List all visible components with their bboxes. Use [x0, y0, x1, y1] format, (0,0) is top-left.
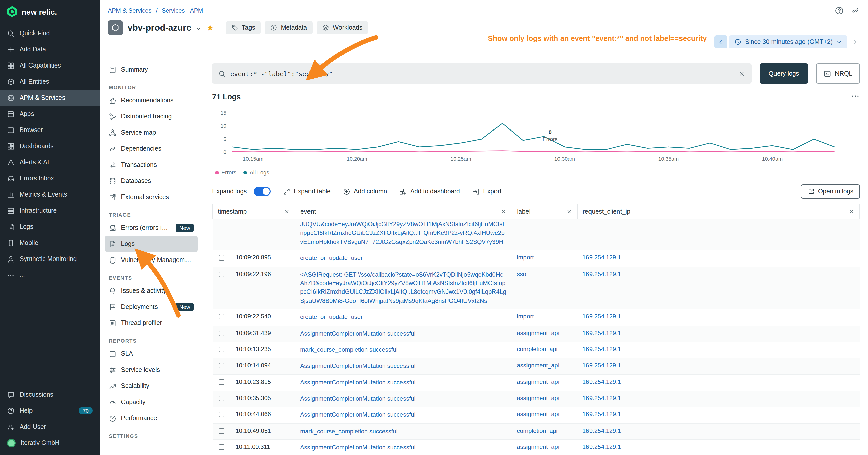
log-row[interactable]: 10:10:35.305AssignmentCompletionMutation… — [213, 391, 860, 407]
log-row[interactable]: 10:09:22.196<ASGIRequest: GET '/sso/call… — [213, 266, 860, 309]
sidebar-item-add-user[interactable]: Add User — [0, 419, 100, 435]
query-bar[interactable] — [212, 64, 751, 84]
sidebar-item-metrics-events[interactable]: Metrics & Events — [0, 187, 100, 202]
subnav-item-databases[interactable]: Databases — [105, 173, 197, 189]
log-row[interactable]: 10:10:14.094AssignmentCompletionMutation… — [213, 358, 860, 375]
row-select-handle[interactable] — [218, 271, 224, 277]
event-link[interactable]: AssignmentCompletionMutation successful — [300, 362, 415, 369]
sidebar-item-discussions[interactable]: Discussions — [0, 387, 100, 402]
label-link[interactable]: completion_api — [517, 427, 558, 434]
subnav-item-logs[interactable]: Logs — [105, 236, 197, 252]
subnav-item-thread-profiler[interactable]: Thread profiler — [105, 315, 197, 331]
log-row[interactable]: 10:10:44.066AssignmentCompletionMutation… — [213, 407, 860, 423]
column-header-timestamp[interactable]: timestamp — [213, 204, 295, 219]
ip-link[interactable]: 169.254.129.1 — [583, 378, 621, 385]
event-link[interactable]: JUQVU&code=eyJraWQiOiJjcGltY29yZV8wOTI1M… — [300, 221, 504, 246]
subnav-item-external-services[interactable]: External services — [105, 189, 197, 205]
event-link[interactable]: mark_course_completion successful — [300, 428, 398, 435]
sidebar-item-apm-services[interactable]: APM & Services — [0, 90, 100, 106]
permalink-icon[interactable] — [851, 6, 860, 15]
event-link[interactable]: create_or_update_user — [300, 255, 363, 261]
subnav-item-summary[interactable]: Summary — [105, 62, 197, 77]
event-link[interactable]: AssignmentCompletionMutation successful — [300, 395, 415, 402]
event-link[interactable]: <ASGIRequest: GET '/sso/callback/?state=… — [300, 271, 506, 304]
help-circle-icon[interactable] — [835, 6, 844, 15]
entity-dropdown-caret-icon[interactable] — [196, 25, 202, 31]
subnav-item-service-map[interactable]: Service map — [105, 125, 197, 140]
row-select-handle[interactable] — [218, 255, 224, 260]
ip-link[interactable]: 169.254.129.1 — [583, 394, 621, 401]
ip-link[interactable]: 169.254.129.1 — [583, 346, 621, 353]
ip-link[interactable]: 169.254.129.1 — [583, 444, 621, 451]
chip-workloads[interactable]: Workloads — [316, 21, 368, 34]
event-link[interactable]: create_or_update_user — [300, 314, 363, 321]
row-select-handle[interactable] — [218, 445, 224, 450]
sidebar-item-add-data[interactable]: Add Data — [0, 41, 100, 58]
sidebar-item-mobile[interactable]: Mobile — [0, 235, 100, 251]
export-button[interactable]: Export — [472, 188, 501, 195]
expand-logs-toggle[interactable] — [253, 187, 271, 196]
label-link[interactable]: assignment_api — [517, 444, 559, 451]
log-row[interactable]: JUQVU&code=eyJraWQiOiJjcGltY29yZV8wOTI1M… — [213, 219, 860, 250]
remove-column-icon[interactable] — [848, 208, 855, 215]
sidebar-item-quick-find[interactable]: Quick Find — [0, 25, 100, 41]
expand-table-button[interactable]: Expand table — [283, 188, 331, 195]
ip-link[interactable]: 169.254.129.1 — [583, 313, 621, 320]
label-link[interactable]: import — [517, 313, 534, 320]
row-select-handle[interactable] — [218, 428, 224, 434]
add-to-dashboard-button[interactable]: Add to dashboard — [399, 188, 460, 195]
entity-title[interactable]: vbv-prod-azure — [127, 23, 191, 33]
label-link[interactable]: assignment_api — [517, 411, 559, 418]
column-header-event[interactable]: event — [295, 204, 512, 219]
subnav-item-vulnerability-management[interactable]: Vulnerability Management — [105, 252, 197, 268]
row-select-handle[interactable] — [218, 412, 224, 418]
time-back-button[interactable] — [714, 35, 727, 48]
event-link[interactable]: mark_course_completion successful — [300, 346, 398, 353]
sidebar-item-more[interactable]: ... — [0, 267, 100, 283]
sidebar-item-dashboards[interactable]: Dashboards — [0, 138, 100, 154]
column-header-request-client-ip[interactable]: request_client_ip — [578, 204, 860, 219]
subnav-item-performance[interactable]: Performance — [105, 410, 197, 426]
subnav-item-capacity[interactable]: Capacity — [105, 394, 197, 410]
log-row[interactable]: 10:09:22.540create_or_update_userimport1… — [213, 309, 860, 325]
legend-all-logs[interactable]: All Logs — [244, 169, 269, 175]
chip-tags[interactable]: Tags — [225, 21, 260, 34]
column-header-label[interactable]: label — [512, 204, 578, 219]
log-row[interactable]: 10:09:31.439AssignmentCompletionMutation… — [213, 325, 860, 342]
event-link[interactable]: AssignmentCompletionMutation successful — [300, 379, 415, 386]
subnav-item-sla[interactable]: SLA — [105, 346, 197, 362]
row-select-handle[interactable] — [218, 395, 224, 401]
subnav-item-issues-activity[interactable]: Issues & activity — [105, 283, 197, 299]
remove-column-icon[interactable] — [566, 208, 572, 215]
ip-link[interactable]: 169.254.129.1 — [583, 254, 621, 261]
subnav-item-recommendations[interactable]: Recommendations — [105, 92, 197, 108]
sidebar-item-all-entities[interactable]: All Entities — [0, 73, 100, 90]
ip-link[interactable]: 169.254.129.1 — [583, 362, 621, 369]
log-row[interactable]: 10:10:23.815AssignmentCompletionMutation… — [213, 375, 860, 391]
breadcrumb-services-apm[interactable]: Services - APM — [161, 7, 203, 14]
logs-query-input[interactable] — [230, 70, 734, 77]
subnav-item-errors-errors-inb[interactable]: Errors (errors inb...New — [105, 220, 197, 236]
sidebar-item-logs[interactable]: Logs — [0, 219, 100, 235]
subnav-item-scalability[interactable]: Scalability — [105, 378, 197, 394]
subnav-item-dependencies[interactable]: Dependencies — [105, 140, 197, 157]
remove-column-icon[interactable] — [284, 208, 290, 215]
subnav-item-service-levels[interactable]: Service levels — [105, 362, 197, 378]
sidebar-item-apps[interactable]: Apps — [0, 106, 100, 122]
row-select-handle[interactable] — [218, 379, 224, 385]
row-select-handle[interactable] — [218, 314, 224, 320]
label-link[interactable]: import — [517, 254, 534, 261]
log-row[interactable]: 10:11:00.311AssignmentCompletionMutation… — [213, 440, 860, 455]
event-link[interactable]: AssignmentCompletionMutation successful — [300, 330, 415, 337]
label-link[interactable]: assignment_api — [517, 394, 559, 401]
ip-link[interactable]: 169.254.129.1 — [583, 411, 621, 418]
row-select-handle[interactable] — [218, 330, 224, 336]
time-range-button[interactable]: Since 30 minutes ago (GMT+2) — [729, 35, 847, 48]
chip-metadata[interactable]: Metadata — [265, 21, 312, 34]
legend-errors[interactable]: Errors — [215, 169, 237, 175]
breadcrumb-apm-services[interactable]: APM & Services — [108, 7, 152, 14]
ip-link[interactable]: 169.254.129.1 — [583, 329, 621, 336]
sidebar-item-infrastructure[interactable]: Infrastructure — [0, 202, 100, 219]
favorite-star-icon[interactable]: ★ — [207, 24, 214, 32]
sidebar-item-iterativ-gmbh[interactable]: Iterativ GmbH — [0, 435, 100, 451]
